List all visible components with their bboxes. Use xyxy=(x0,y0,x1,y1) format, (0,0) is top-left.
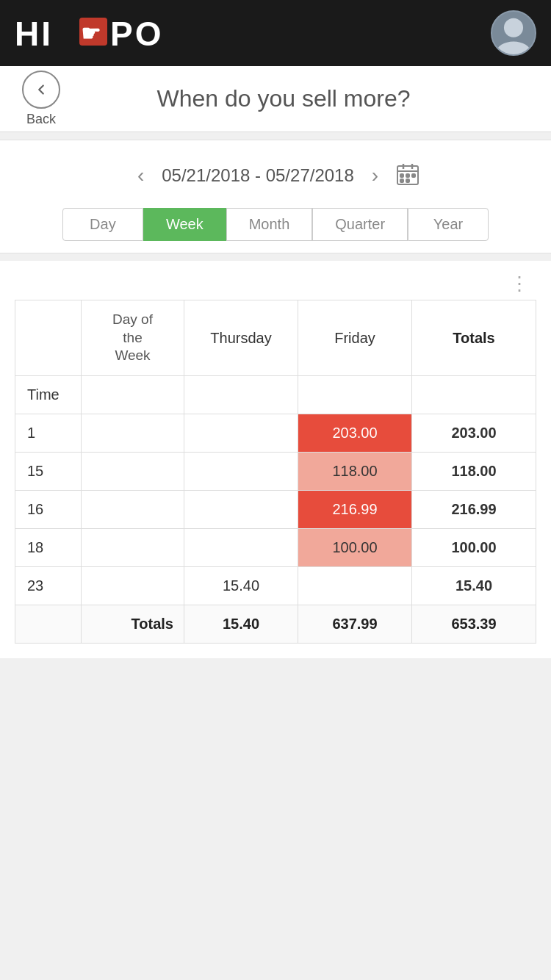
app-header: HI ☛ POS xyxy=(0,0,551,66)
friday-cell xyxy=(298,567,412,605)
subheader-empty-3 xyxy=(298,376,412,414)
total-cell: 203.00 xyxy=(412,414,536,453)
table-section: ⋮ Day oftheWeek Thursday Friday Totals T… xyxy=(0,261,551,658)
prev-date-button[interactable]: ‹ xyxy=(132,164,150,187)
tab-month[interactable]: Month xyxy=(226,208,313,241)
table-row: 15 118.00 118.00 xyxy=(15,453,536,491)
col-thursday-header: Thursday xyxy=(184,300,298,376)
totals-label-empty xyxy=(15,605,82,644)
tab-week[interactable]: Week xyxy=(143,208,226,241)
table-row: 16 216.99 216.99 xyxy=(15,491,536,529)
table-header-row: Day oftheWeek Thursday Friday Totals xyxy=(15,300,536,376)
dayofweek-cell xyxy=(82,453,184,491)
svg-rect-12 xyxy=(400,179,403,182)
avatar[interactable] xyxy=(491,10,536,56)
svg-text:HI: HI xyxy=(15,15,53,53)
dayofweek-cell xyxy=(82,529,184,567)
svg-text:☛: ☛ xyxy=(81,21,101,46)
totals-total: 653.39 xyxy=(412,605,536,644)
table-row: 18 100.00 100.00 xyxy=(15,529,536,567)
nav-bar: Back When do you sell more? xyxy=(0,66,551,132)
svg-text:POS: POS xyxy=(110,15,162,53)
col-friday-header: Friday xyxy=(298,300,412,376)
friday-cell: 216.99 xyxy=(298,491,412,529)
tab-quarter[interactable]: Quarter xyxy=(312,208,408,241)
thursday-cell xyxy=(184,453,298,491)
totals-friday: 637.99 xyxy=(298,605,412,644)
subheader-empty-4 xyxy=(412,376,536,414)
dayofweek-cell xyxy=(82,567,184,605)
back-button[interactable]: Back xyxy=(22,71,60,127)
period-tabs: Day Week Month Quarter Year xyxy=(22,196,529,253)
thursday-cell xyxy=(184,414,298,453)
thursday-cell xyxy=(184,529,298,567)
svg-rect-14 xyxy=(412,174,415,177)
svg-point-5 xyxy=(497,42,530,54)
calendar-icon[interactable] xyxy=(396,162,419,189)
logo-svg: HI ☛ POS xyxy=(15,13,162,54)
totals-label: Totals xyxy=(82,605,184,644)
tab-day[interactable]: Day xyxy=(62,208,143,241)
total-cell: 118.00 xyxy=(412,453,536,491)
subheader-empty-2 xyxy=(184,376,298,414)
friday-cell: 203.00 xyxy=(298,414,412,453)
date-nav: ‹ 05/21/2018 - 05/27/2018 › xyxy=(22,155,529,196)
logo: HI ☛ POS xyxy=(15,13,162,54)
svg-rect-10 xyxy=(400,174,403,177)
thursday-cell xyxy=(184,491,298,529)
table-row: 1 203.00 203.00 xyxy=(15,414,536,453)
date-range-label: 05/21/2018 - 05/27/2018 xyxy=(162,165,354,186)
totals-thursday: 15.40 xyxy=(184,605,298,644)
friday-cell: 118.00 xyxy=(298,453,412,491)
next-date-button[interactable]: › xyxy=(366,164,384,187)
total-cell: 216.99 xyxy=(412,491,536,529)
time-cell: 18 xyxy=(15,529,82,567)
dayofweek-cell xyxy=(82,414,184,453)
svg-rect-13 xyxy=(406,179,409,182)
date-section: ‹ 05/21/2018 - 05/27/2018 › Day Week Mon… xyxy=(0,140,551,253)
page-title: When do you sell more? xyxy=(82,85,529,112)
col-empty xyxy=(15,300,82,376)
thursday-cell: 15.40 xyxy=(184,567,298,605)
dayofweek-cell xyxy=(82,491,184,529)
total-cell: 100.00 xyxy=(412,529,536,567)
time-cell: 1 xyxy=(15,414,82,453)
tab-year[interactable]: Year xyxy=(408,208,489,241)
subheader-empty-1 xyxy=(82,376,184,414)
friday-cell: 100.00 xyxy=(298,529,412,567)
col-totals-header: Totals xyxy=(412,300,536,376)
totals-row: Totals 15.40 637.99 653.39 xyxy=(15,605,536,644)
col-day-of-week-header: Day oftheWeek xyxy=(82,300,184,376)
svg-rect-11 xyxy=(406,174,409,177)
table-row: 23 15.40 15.40 xyxy=(15,567,536,605)
time-cell: 15 xyxy=(15,453,82,491)
time-cell: 23 xyxy=(15,567,82,605)
more-options-icon[interactable]: ⋮ xyxy=(15,268,536,300)
sales-table: Day oftheWeek Thursday Friday Totals Tim… xyxy=(15,300,536,644)
svg-point-4 xyxy=(504,18,523,37)
time-label: Time xyxy=(15,376,82,414)
table-subheader-row: Time xyxy=(15,376,536,414)
total-cell: 15.40 xyxy=(412,567,536,605)
time-cell: 16 xyxy=(15,491,82,529)
